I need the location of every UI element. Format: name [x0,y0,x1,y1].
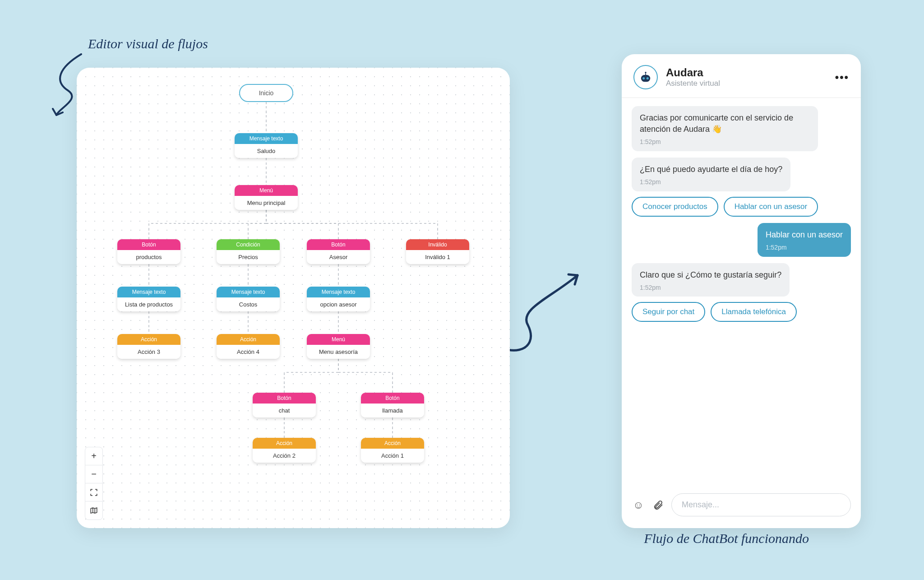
message-timestamp: 1:52pm [640,178,782,187]
bot-avatar [633,65,658,89]
node-accion-3[interactable]: Acción Acción 3 [117,334,180,359]
message-outgoing: Hablar con un asesor1:52pm [758,223,851,257]
chat-title: Audara [666,66,720,79]
node-text: Precios [217,250,280,264]
chat-subtitle: Asistente virtual [666,79,720,88]
node-type: Mensaje texto [217,287,280,297]
chat-header: Audara Asistente virtual ••• [622,54,861,98]
node-text: Costos [217,297,280,311]
node-type: Mensaje texto [117,287,180,297]
node-type: Mensaje texto [307,287,370,297]
expand-icon [90,488,98,496]
node-type: Acción [361,438,424,449]
node-type: Botón [307,239,370,250]
message-text: Hablar con un asesor [766,230,843,239]
minimap-button[interactable] [85,501,102,520]
node-inicio-label: Inicio [259,89,274,97]
robot-icon [638,70,653,85]
message-text: Claro que si ¿Cómo te gustaría seguir? [640,270,781,279]
zoom-controls: + − [85,447,103,520]
node-type: Acción [253,438,316,449]
message-text: ¿En qué puedo ayudarte el día de hoy? [640,165,782,174]
node-text: chat [253,404,316,418]
node-type: Botón [253,393,316,404]
node-text: Menu asesoría [307,345,370,359]
message-incoming: Claro que si ¿Cómo te gustaría seguir?1:… [632,263,790,297]
map-icon [90,506,98,515]
message-incoming: Gracias por comunicarte con el servicio … [632,106,818,151]
node-text: Menu principal [235,196,298,210]
node-text: productos [117,250,180,264]
option-group: Seguir por chatLlamada telefónica [632,302,797,322]
node-accion-1[interactable]: Acción Acción 1 [361,438,424,463]
chat-widget: Audara Asistente virtual ••• Gracias por… [622,54,861,528]
node-saludo[interactable]: Mensaje texto Saludo [235,133,298,158]
svg-point-13 [642,77,645,79]
node-text: Inválido 1 [406,250,469,264]
message-input[interactable] [671,493,851,516]
node-type: Acción [217,334,280,345]
annotation-editor: Editor visual de flujos [88,36,208,51]
node-type: Botón [361,393,424,404]
node-opcion-asesor[interactable]: Mensaje texto opcion asesor [307,287,370,311]
message-timestamp: 1:52pm [766,243,843,252]
annotation-chatbot: Flujo de ChatBot funcionando [644,531,809,546]
attach-button[interactable] [651,498,665,512]
paperclip-icon [653,500,664,510]
node-llamada[interactable]: Botón llamada [361,393,424,418]
node-text: Acción 4 [217,345,280,359]
more-button[interactable]: ••• [835,71,849,84]
node-text: Saludo [235,144,298,158]
node-invalido[interactable]: Inválido Inválido 1 [406,239,469,264]
option-chip[interactable]: Seguir por chat [632,302,705,322]
zoom-out-button[interactable]: − [85,465,102,483]
svg-point-14 [647,77,649,79]
node-type: Inválido [406,239,469,250]
node-menu-asesoria[interactable]: Menú Menu asesoría [307,334,370,359]
node-asesor[interactable]: Botón Asesor [307,239,370,264]
emoji-button[interactable]: ☺ [632,498,645,512]
node-type: Mensaje texto [235,133,298,144]
plus-icon: + [91,451,97,461]
message-incoming: ¿En qué puedo ayudarte el día de hoy?1:5… [632,158,790,191]
minus-icon: − [91,469,97,479]
node-type: Menú [235,185,298,196]
node-text: Asesor [307,250,370,264]
node-text: llamada [361,404,424,418]
option-chip[interactable]: Conocer productos [632,197,718,217]
node-text: opcion asesor [307,297,370,311]
option-chip[interactable]: Llamada telefónica [711,302,797,322]
node-accion-2[interactable]: Acción Acción 2 [253,438,316,463]
option-chip[interactable]: Hablar con un asesor [724,197,818,217]
node-chat[interactable]: Botón chat [253,393,316,418]
message-text: Gracias por comunicarte con el servicio … [640,113,793,134]
node-text: Acción 3 [117,345,180,359]
node-accion-4[interactable]: Acción Acción 4 [217,334,280,359]
node-type: Acción [117,334,180,345]
node-inicio[interactable]: Inicio [239,84,293,102]
node-type: Menú [307,334,370,345]
smile-icon: ☺ [633,499,644,511]
node-menu-principal[interactable]: Menú Menu principal [235,185,298,210]
flow-editor[interactable]: Inicio Mensaje texto Saludo Menú Menu pr… [77,68,510,528]
svg-point-10 [645,72,646,73]
node-productos[interactable]: Botón productos [117,239,180,264]
more-icon: ••• [835,71,849,83]
option-group: Conocer productosHablar con un asesor [632,197,818,217]
chat-input-row: ☺ [622,485,861,528]
message-timestamp: 1:52pm [640,283,781,292]
message-timestamp: 1:52pm [640,138,810,147]
chat-thread[interactable]: Gracias por comunicarte con el servicio … [622,98,861,485]
node-text: Lista de productos [117,297,180,311]
node-text: Acción 1 [361,449,424,463]
node-precios[interactable]: Condición Precios [217,239,280,264]
node-type: Condición [217,239,280,250]
node-lista-productos[interactable]: Mensaje texto Lista de productos [117,287,180,311]
zoom-in-button[interactable]: + [85,447,102,465]
node-type: Botón [117,239,180,250]
node-text: Acción 2 [253,449,316,463]
node-costos[interactable]: Mensaje texto Costos [217,287,280,311]
svg-rect-12 [641,75,650,82]
fit-view-button[interactable] [85,483,102,501]
